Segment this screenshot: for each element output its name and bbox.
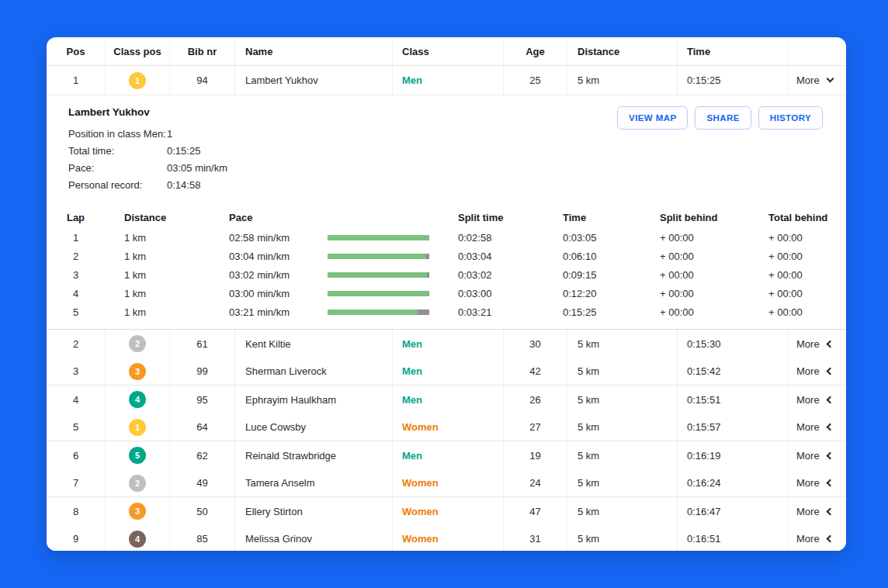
lap-split-time: 0:03:02 — [439, 269, 543, 281]
position-cell: 5 — [47, 413, 105, 441]
lap-split-behind: + 00:00 — [640, 288, 749, 299]
class-position-badge: 3 — [129, 503, 146, 520]
pace-bar — [328, 291, 429, 296]
lap-pace-bar — [314, 235, 439, 240]
chevron-left-icon — [826, 424, 834, 431]
time-cell: 0:16:51 — [677, 525, 788, 551]
pace-bar-behind — [418, 310, 429, 315]
class-position-badge: 2 — [129, 475, 146, 492]
lap-row: 5 1 km 03:21 min/km 0:03:21 0:15:25 + 00… — [47, 303, 846, 321]
pace-bar — [328, 310, 429, 315]
table-row-expanded[interactable]: 1 1 94 Lambert Yukhov Men 25 5 km 0:15:2… — [47, 66, 846, 95]
lap-number: 5 — [47, 306, 105, 318]
lap-number: 3 — [47, 269, 105, 281]
lap-split-time: 0:03:00 — [439, 288, 543, 299]
bib-cell: 49 — [169, 469, 234, 496]
lap-pace-header: Pace — [210, 212, 314, 223]
app-background: { "theme": { "background": "#1567F4", "a… — [0, 0, 888, 588]
more-button[interactable]: More — [788, 441, 846, 469]
class-position-cell: 2 — [105, 330, 169, 358]
more-label: More — [796, 74, 820, 86]
pace-bar-behind — [428, 291, 429, 296]
table-row[interactable]: 5 1 64 Luce Cowsby Women 27 5 km 0:15:57… — [47, 413, 846, 441]
detail-field: Pace:03:05 min/km — [68, 160, 823, 177]
distance-cell: 5 km — [567, 66, 677, 95]
more-button[interactable]: More — [788, 386, 846, 413]
runner-name: Kent Kiltie — [234, 330, 392, 358]
lap-distance: 1 km — [105, 232, 210, 244]
bib-cell: 94 — [169, 66, 234, 95]
lap-split-behind: + 00:00 — [640, 232, 749, 244]
position-cell: 7 — [47, 469, 105, 496]
more-label: More — [796, 477, 820, 489]
position-cell: 2 — [47, 330, 105, 358]
history-button[interactable]: HISTORY — [758, 106, 823, 130]
lap-time: 0:12:20 — [543, 288, 640, 299]
share-button[interactable]: SHARE — [695, 106, 751, 130]
distance-cell: 5 km — [567, 525, 677, 551]
position-cell: 3 — [47, 358, 105, 385]
distance-cell: 5 km — [567, 441, 677, 469]
more-button[interactable]: More — [788, 469, 846, 496]
lap-total-behind: + 00:00 — [749, 232, 846, 244]
lap-pace: 03:21 min/km — [210, 306, 314, 318]
class-position-badge: 2 — [129, 335, 146, 352]
column-header-pos: Pos — [47, 37, 105, 65]
time-cell: 0:15:30 — [677, 330, 788, 358]
lap-row: 1 1 km 02:58 min/km 0:02:58 0:03:05 + 00… — [47, 228, 846, 247]
more-button[interactable]: More — [788, 525, 846, 551]
pace-bar-behind — [427, 272, 429, 278]
lap-time: 0:15:25 — [543, 306, 640, 318]
lap-time-header: Time — [543, 212, 640, 223]
table-row[interactable]: 9 4 85 Melissa Grinov Women 31 5 km 0:16… — [47, 525, 846, 551]
more-button[interactable]: More — [788, 497, 846, 525]
bib-cell: 50 — [169, 497, 234, 525]
more-label: More — [796, 506, 820, 517]
table-row[interactable]: 6 5 62 Reinald Strawbridge Men 19 5 km 0… — [47, 441, 846, 469]
age-cell: 24 — [503, 469, 567, 496]
table-row[interactable]: 7 2 49 Tamera Anselm Women 24 5 km 0:16:… — [47, 469, 846, 497]
table-row[interactable]: 2 2 61 Kent Kiltie Men 30 5 km 0:15:30 M… — [47, 330, 846, 358]
position-cell: 9 — [47, 525, 105, 551]
lap-split-time-header: Split time — [439, 212, 543, 223]
runner-name: Tamera Anselm — [234, 469, 392, 496]
position-cell: 1 — [47, 66, 105, 95]
more-label: More — [796, 533, 820, 545]
lap-pace: 03:02 min/km — [210, 269, 314, 281]
more-button[interactable]: More — [788, 413, 846, 441]
chevron-left-icon — [826, 340, 834, 348]
class-position-badge: 1 — [129, 419, 146, 436]
lap-pace-bar — [314, 291, 439, 296]
table-row[interactable]: 3 3 99 Sherman Liverock Men 42 5 km 0:15… — [47, 358, 846, 386]
class-position-cell: 3 — [105, 497, 169, 525]
pace-bar-fill — [328, 254, 426, 259]
detail-field-value: 1 — [167, 126, 172, 143]
view-map-button[interactable]: VIEW MAP — [617, 106, 688, 130]
lap-total-behind: + 00:00 — [749, 306, 846, 318]
lap-distance: 1 km — [105, 288, 210, 299]
more-button[interactable]: More — [788, 66, 846, 95]
distance-cell: 5 km — [567, 386, 677, 413]
lap-split-behind-header: Split behind — [640, 212, 749, 223]
lap-total-behind: + 00:00 — [749, 288, 846, 299]
table-row[interactable]: 4 4 95 Ephrayim Haulkham Men 26 5 km 0:1… — [47, 386, 846, 413]
more-button[interactable]: More — [788, 330, 846, 358]
bib-cell: 85 — [169, 525, 234, 551]
age-cell: 27 — [503, 413, 567, 441]
lap-pace: 02:58 min/km — [210, 232, 314, 244]
class-cell: Women — [392, 469, 503, 496]
more-button[interactable]: More — [788, 358, 846, 385]
laps-header: Lap Distance Pace Split time Time Split … — [47, 206, 846, 228]
distance-cell: 5 km — [567, 497, 677, 525]
time-cell: 0:16:47 — [677, 497, 788, 525]
class-position-badge: 4 — [129, 531, 146, 548]
lap-split-behind: + 00:00 — [640, 251, 749, 262]
distance-cell: 5 km — [567, 469, 677, 496]
lap-row: 3 1 km 03:02 min/km 0:03:02 0:09:15 + 00… — [47, 265, 846, 284]
runner-name: Luce Cowsby — [234, 413, 392, 441]
lap-total-behind-header: Total behind — [749, 212, 846, 223]
detail-field-label: Position in class Men: — [68, 126, 167, 143]
table-row[interactable]: 8 3 50 Ellery Stirton Women 47 5 km 0:16… — [47, 497, 846, 525]
chevron-left-icon — [826, 507, 834, 515]
age-cell: 31 — [503, 525, 567, 551]
